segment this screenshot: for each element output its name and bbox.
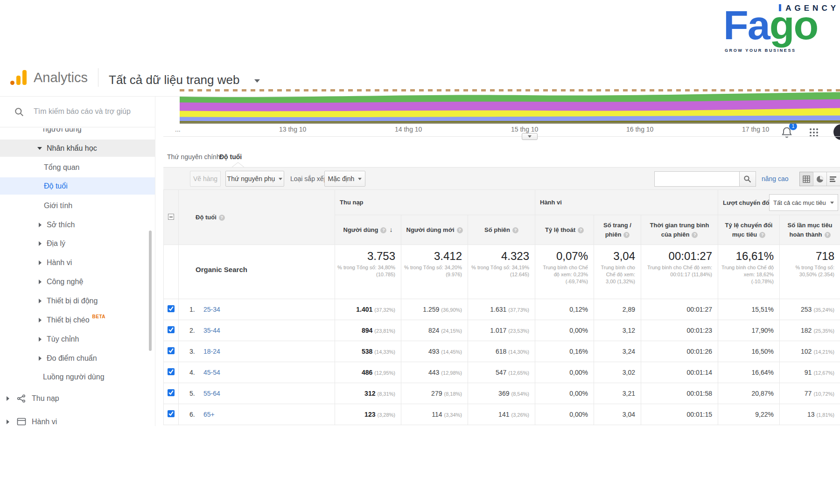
segment-label: Organic Search: [179, 245, 335, 299]
column-header-pages-per-session[interactable]: Số trang / phiên?: [594, 215, 641, 245]
table-view-button[interactable]: [799, 172, 813, 186]
sidebar-item-thu-nap[interactable]: Thu nạp: [0, 390, 155, 407]
sidebar-item-luong-nguoi-dung[interactable]: Luồng người dùng: [0, 368, 155, 385]
summary-bounce: 0,07%Trung bình cho Chế độ xem: 0,23% (-…: [535, 245, 594, 299]
sidebar-item-hanh-vi-bottom[interactable]: Hành vi: [0, 413, 155, 426]
chevron-down-icon: [830, 202, 834, 204]
goal-selector[interactable]: Tất cả các mục tiêu: [769, 194, 838, 211]
avatar[interactable]: [833, 124, 840, 140]
row-checkbox[interactable]: [168, 368, 175, 375]
search-icon: [743, 175, 752, 183]
help-icon[interactable]: ?: [219, 215, 225, 221]
chevron-down-icon: [528, 135, 532, 138]
x-axis-label: ...: [175, 126, 181, 133]
column-header-dimension[interactable]: Độ tuổi?: [179, 190, 335, 245]
table-search-input[interactable]: [654, 171, 740, 187]
header-divider: [98, 68, 98, 87]
apps-grid-icon[interactable]: [810, 128, 820, 139]
chart-bottom-divider: [163, 136, 840, 137]
sidebar-item-do-diem-chuan[interactable]: Đo điểm chuẩn: [0, 350, 155, 367]
table-row: 2.35-44 894(23,81%) 824(24,15%) 1.017(23…: [164, 320, 840, 341]
help-icon[interactable]: ?: [623, 232, 630, 238]
table-search-button[interactable]: [739, 171, 756, 187]
row-checkbox[interactable]: [168, 326, 175, 333]
advanced-filter-link[interactable]: nâng cao: [762, 175, 789, 182]
percentage-view-button[interactable]: [813, 172, 827, 186]
sidebar-item-gioi-tinh[interactable]: Giới tính: [0, 197, 155, 214]
pie-chart-icon: [816, 175, 824, 183]
search-input[interactable]: [34, 104, 150, 119]
chevron-collapsed-icon: [7, 420, 9, 424]
sidebar-item-dia-ly[interactable]: Địa lý: [0, 235, 155, 252]
column-header-goal-completions[interactable]: Số lần mục tiêu hoàn thành?: [780, 215, 840, 245]
beta-badge: BETA: [92, 314, 105, 319]
primary-dimension-value[interactable]: Độ tuổi: [219, 153, 242, 161]
age-link[interactable]: 25-34: [203, 306, 220, 313]
row-checkbox[interactable]: [168, 347, 175, 354]
summary-completions: 718% trong Tổng số: 30,50% (2.354): [780, 245, 840, 299]
table-row: 3.18-24 538(14,33%) 493(14,45%) 618(14,3…: [164, 341, 840, 362]
chevron-collapsed-icon: [7, 396, 9, 401]
chevron-expanded-icon: [37, 147, 42, 150]
help-icon[interactable]: ?: [512, 227, 518, 233]
chevron-down-icon: [279, 178, 282, 180]
chevron-collapsed-icon: [39, 260, 42, 265]
sidebar-item-cong-nghe[interactable]: Công nghệ: [0, 273, 155, 290]
secondary-dimension-button[interactable]: Thứ nguyên phụ: [225, 171, 284, 187]
sidebar-item-tuy-chinh[interactable]: Tùy chỉnh: [0, 330, 155, 348]
help-icon[interactable]: ?: [380, 227, 386, 233]
table-row: 4.45-54 486(12,95%) 443(12,98%) 547(12,6…: [164, 362, 840, 383]
sort-type-button[interactable]: Mặc định: [324, 171, 365, 187]
summary-pages: 3,04Trung bình cho Chế độ xem: 3,00 (1,3…: [594, 245, 641, 299]
table-row: 5.55-64 312(8,31%) 279(8,18%) 369(8,54%)…: [164, 383, 840, 404]
stacked-area-chart[interactable]: [180, 86, 840, 124]
sidebar-item-do-tuoi[interactable]: Độ tuổi: [0, 177, 155, 195]
help-icon[interactable]: ?: [457, 227, 463, 233]
column-header-goal-conversion-rate[interactable]: Tỷ lệ chuyển đổi mục tiêu?: [718, 215, 780, 245]
table-row: 1.25-34 1.401(37,32%) 1.259(36,90%) 1.63…: [164, 299, 840, 320]
view-title-dropdown[interactable]: Tất cả dữ liệu trang web: [109, 73, 239, 87]
sidebar-item-so-thich[interactable]: Sở thích: [0, 216, 155, 233]
summary-new-users: 3.412% trong Tổng số: 34,20% (9.976): [401, 245, 468, 299]
sidebar-search: [0, 97, 155, 127]
column-header-bounce-rate[interactable]: Tỷ lệ thoát?: [535, 215, 594, 245]
help-icon[interactable]: ?: [578, 227, 584, 233]
fago-wordmark: Fago: [723, 5, 818, 46]
indeterminate-checkbox-icon[interactable]: [168, 214, 174, 220]
x-axis-label: 16 thg 10: [626, 126, 653, 133]
sidebar-item-nhan-khau-hoc[interactable]: Nhân khẩu học: [0, 140, 155, 157]
age-link[interactable]: 35-44: [203, 327, 220, 334]
column-header-avg-session-duration[interactable]: Thời gian trung bình của phiên?: [641, 215, 718, 245]
sidebar-item-thiet-bi-cheo[interactable]: Thiết bị chéo BETA: [0, 311, 155, 329]
age-link[interactable]: 45-54: [203, 369, 220, 376]
sidebar-item-hanh-vi[interactable]: Hành vi: [0, 254, 155, 271]
sidebar-scrollbar[interactable]: [149, 231, 152, 351]
sidebar-item-tong-quan[interactable]: Tổng quan: [0, 159, 155, 176]
chart-expand-control[interactable]: [522, 133, 538, 140]
column-header-users[interactable]: Người dùng?↓: [335, 215, 401, 245]
help-icon[interactable]: ?: [692, 232, 698, 238]
summary-duration: 00:01:27Trung bình cho Chế độ xem: 00:01…: [641, 245, 718, 299]
age-link[interactable]: 55-64: [203, 390, 220, 397]
row-checkbox[interactable]: [168, 389, 175, 396]
sidebar-item-nguoi-dung-clipped[interactable]: người dùng: [0, 128, 155, 139]
sidebar-item-thiet-bi-di-dong[interactable]: Thiết bị di động: [0, 292, 155, 309]
performance-view-button[interactable]: [826, 172, 840, 186]
chevron-collapsed-icon: [39, 223, 42, 227]
table-toolbar: Vẽ hàng Thứ nguyên phụ Loại sắp xếp: Mặc…: [163, 167, 840, 190]
help-icon[interactable]: ?: [825, 232, 831, 238]
column-header-sessions[interactable]: Số phiên?: [468, 215, 535, 245]
x-axis-label: 15 thg 10: [511, 126, 538, 133]
x-axis-label: 17 thg 10: [742, 126, 769, 133]
help-icon[interactable]: ?: [759, 232, 765, 238]
age-link[interactable]: 65+: [203, 411, 215, 418]
row-checkbox[interactable]: [168, 305, 175, 312]
column-header-new-users[interactable]: Người dùng mới?: [401, 215, 468, 245]
search-icon: [14, 107, 24, 117]
group-header-acquisition: Thu nạp: [335, 190, 535, 215]
row-checkbox[interactable]: [168, 410, 175, 417]
draw-rows-button[interactable]: Vẽ hàng: [190, 171, 221, 187]
select-all-checkbox[interactable]: [164, 190, 179, 245]
age-link[interactable]: 18-24: [203, 348, 220, 355]
chevron-collapsed-icon: [39, 318, 42, 322]
